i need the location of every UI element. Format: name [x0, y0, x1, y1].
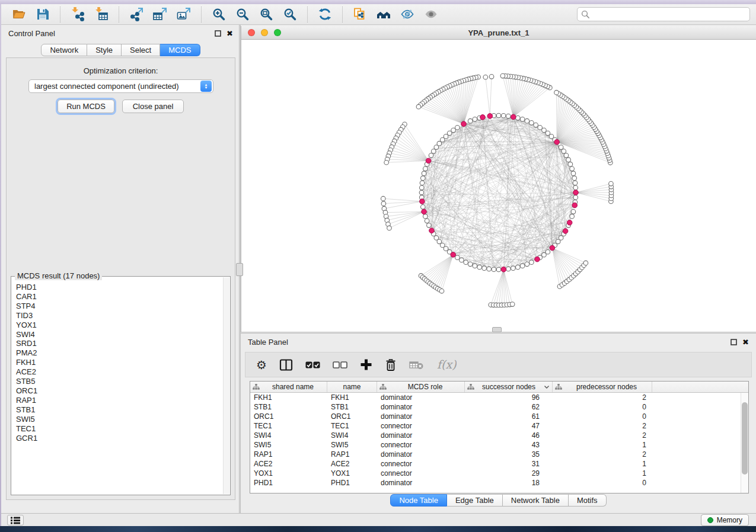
mcds-result-item[interactable]: TID3 [16, 311, 223, 321]
table-cell: RAP1 [250, 450, 327, 459]
table-row[interactable]: RAP1RAP1dominator352 [250, 450, 741, 459]
select-all-rows-icon[interactable] [305, 360, 320, 370]
criterion-select[interactable]: largest connected component (undirected)… [28, 79, 213, 93]
table-settings-gear-icon[interactable]: ⚙ [256, 358, 267, 372]
horizontal-splitter-handle[interactable] [492, 327, 502, 332]
network-graph[interactable] [241, 40, 756, 332]
mcds-result-item[interactable]: PMA2 [16, 348, 223, 358]
svg-text:f(x): f(x) [437, 358, 457, 371]
mcds-result-item[interactable]: ORC1 [16, 386, 223, 396]
zoom-selected-icon[interactable] [280, 5, 299, 23]
criterion-value: largest connected component (undirected) [29, 82, 200, 91]
mcds-result-item[interactable]: RAP1 [16, 396, 223, 405]
table-cell: ACE2 [250, 459, 327, 469]
mcds-result-item[interactable]: STB1 [16, 405, 223, 415]
save-session-icon[interactable] [33, 5, 52, 23]
mcds-result-item[interactable]: ACE2 [16, 367, 223, 377]
tab-node-table[interactable]: Node Table [390, 494, 447, 507]
table-scrollbar-thumb[interactable] [742, 402, 748, 475]
tab-select[interactable]: Select [122, 44, 160, 56]
mcds-result-item[interactable]: FKH1 [16, 358, 223, 367]
toolbar-separator [119, 7, 119, 23]
result-scrollbar[interactable] [223, 277, 229, 494]
memory-button[interactable]: Memory [701, 514, 749, 526]
column-header-name[interactable]: name [327, 382, 377, 392]
export-table-icon[interactable] [151, 5, 170, 23]
add-column-icon[interactable] [360, 358, 372, 371]
duplicate-network-icon[interactable] [350, 5, 369, 23]
zoom-in-icon[interactable] [209, 5, 228, 23]
table-scrollbar[interactable] [741, 393, 748, 493]
network-window-titlebar[interactable]: YPA_prune.txt_1 [241, 26, 756, 40]
mcds-result-item[interactable]: YOX1 [16, 321, 223, 330]
deselect-all-rows-icon[interactable] [333, 360, 347, 370]
mcds-result-item[interactable]: TEC1 [16, 424, 223, 434]
zoom-out-icon[interactable] [233, 5, 252, 23]
mcds-result-item[interactable]: STP4 [16, 302, 223, 311]
search-input[interactable] [590, 10, 746, 19]
tab-network[interactable]: Network [41, 44, 87, 56]
column-header-successor-nodes[interactable]: successor nodes [465, 382, 553, 392]
tab-motifs[interactable]: Motifs [569, 494, 607, 507]
vertical-splitter-handle[interactable] [236, 263, 243, 276]
table-cell: STB1 [250, 402, 327, 412]
task-history-button[interactable] [7, 515, 24, 525]
table-row[interactable]: YOX1YOX1connector291 [250, 469, 741, 478]
tab-mcds[interactable]: MCDS [160, 44, 200, 56]
table-row[interactable]: PHD1PHD1dominator180 [250, 478, 741, 488]
close-panel-icon[interactable]: ✖ [227, 30, 233, 37]
column-header-MCDS-role[interactable]: MCDS role [377, 382, 465, 392]
table-cell: dominator [377, 450, 465, 459]
refresh-view-icon[interactable] [315, 5, 334, 23]
mcds-result-item[interactable]: SRD1 [16, 339, 223, 348]
mcds-result-item[interactable]: CAR1 [16, 292, 223, 302]
table-row[interactable]: SWI4SWI4dominator462 [250, 431, 741, 440]
float-panel-icon[interactable] [215, 30, 221, 37]
table-cell: 2 [553, 450, 652, 459]
column-visibility-icon[interactable] [279, 358, 293, 371]
table-cell: ORC1 [250, 412, 327, 421]
delete-columns-icon[interactable] [385, 358, 397, 371]
mcds-result-list[interactable]: PHD1CAR1STP4TID3YOX1SWI4SRD1PMA2FKH1ACE2… [12, 277, 223, 494]
table-row[interactable]: TEC1TEC1connector472 [250, 421, 741, 431]
mcds-result-item[interactable]: PHD1 [16, 283, 223, 292]
zoom-fit-icon[interactable] [257, 5, 276, 23]
search-box[interactable] [577, 7, 750, 21]
export-network-icon[interactable] [127, 5, 146, 23]
mcds-result-item[interactable]: SWI5 [16, 415, 223, 424]
import-network-icon[interactable] [68, 5, 87, 23]
show-all-icon[interactable] [422, 5, 441, 23]
mcds-result-item[interactable]: STB5 [16, 377, 223, 386]
first-neighbors-icon[interactable] [374, 5, 393, 23]
table-cell: PHD1 [250, 478, 327, 488]
hide-selected-icon[interactable] [398, 5, 417, 23]
open-file-icon[interactable] [9, 5, 28, 23]
table-row[interactable]: STB1STB1dominator620 [250, 402, 741, 412]
table-cell [652, 412, 741, 421]
export-image-icon[interactable] [174, 5, 193, 23]
table-cell: 2 [553, 431, 652, 440]
table-row[interactable]: SWI5SWI5connector431 [250, 440, 741, 450]
tab-network-table[interactable]: Network Table [503, 494, 569, 507]
network-view-window: YPA_prune.txt_1 [241, 26, 756, 332]
table-cell: dominator [377, 412, 465, 421]
table-row[interactable]: FKH1FKH1dominator962 [250, 393, 741, 402]
mcds-result-item[interactable]: SWI4 [16, 330, 223, 339]
tab-edge-table[interactable]: Edge Table [447, 494, 503, 507]
run-mcds-button[interactable]: Run MCDS [58, 100, 114, 113]
table-row[interactable]: ACE2ACE2connector311 [250, 459, 741, 469]
mcds-result-item[interactable]: GCR1 [16, 434, 223, 443]
column-header-shared-name[interactable]: shared name [250, 382, 327, 392]
network-canvas[interactable] [241, 40, 756, 332]
memory-status-icon [707, 517, 713, 523]
close-table-panel-icon[interactable]: ✖ [742, 338, 749, 346]
column-header-predecessor-nodes[interactable]: predecessor nodes [553, 382, 652, 392]
table-cell: 0 [553, 478, 652, 488]
import-table-icon[interactable] [92, 5, 111, 23]
table-cell: 29 [465, 469, 553, 478]
close-panel-button[interactable]: Close panel [122, 100, 184, 113]
float-table-panel-icon[interactable] [731, 339, 737, 345]
column-header-filler [652, 382, 748, 392]
table-row[interactable]: ORC1ORC1dominator610 [250, 412, 741, 421]
tab-style[interactable]: Style [87, 44, 122, 56]
